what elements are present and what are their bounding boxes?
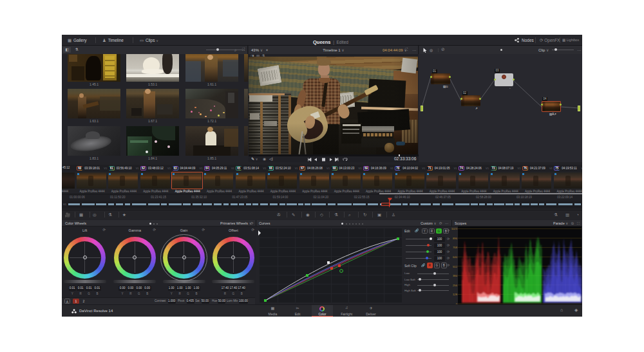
svg-text:128: 128 bbox=[453, 293, 458, 296]
svg-text:1023: 1023 bbox=[451, 227, 458, 230]
svg-text:896: 896 bbox=[453, 237, 458, 240]
svg-text:768: 768 bbox=[453, 246, 458, 249]
svg-text:256: 256 bbox=[453, 284, 458, 287]
svg-text:640: 640 bbox=[453, 255, 458, 259]
svg-text:512: 512 bbox=[453, 265, 458, 268]
svg-text:384: 384 bbox=[453, 274, 458, 277]
